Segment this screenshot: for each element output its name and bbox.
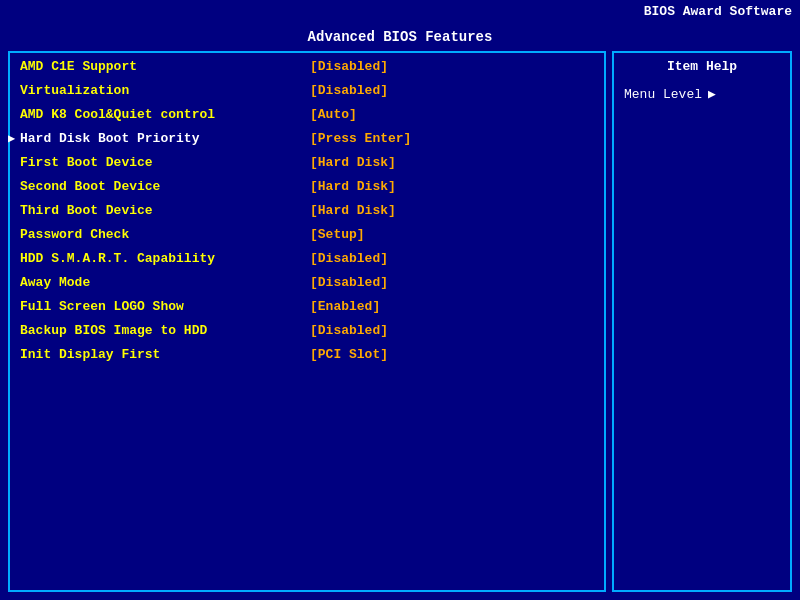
bios-item-value: [Disabled] bbox=[310, 251, 388, 266]
bios-item-label: Init Display First bbox=[20, 347, 310, 362]
bios-row[interactable]: AMD K8 Cool&Quiet control[Auto] bbox=[20, 107, 594, 129]
bios-brand-header: BIOS Award Software bbox=[0, 0, 800, 21]
bios-item-label: Backup BIOS Image to HDD bbox=[20, 323, 310, 338]
bios-item-label: Third Boot Device bbox=[20, 203, 310, 218]
bios-row[interactable]: Third Boot Device[Hard Disk] bbox=[20, 203, 594, 225]
bios-item-value: [Hard Disk] bbox=[310, 155, 396, 170]
bios-row[interactable]: First Boot Device[Hard Disk] bbox=[20, 155, 594, 177]
bios-item-value: [Setup] bbox=[310, 227, 365, 242]
item-help-title: Item Help bbox=[624, 59, 780, 74]
bios-item-value: [Press Enter] bbox=[310, 131, 411, 146]
bios-screen: BIOS Award Software Advanced BIOS Featur… bbox=[0, 0, 800, 600]
bios-item-label: HDD S.M.A.R.T. Capability bbox=[20, 251, 310, 266]
bios-item-label: AMD K8 Cool&Quiet control bbox=[20, 107, 310, 122]
bios-row[interactable]: Second Boot Device[Hard Disk] bbox=[20, 179, 594, 201]
bios-item-value: [Disabled] bbox=[310, 323, 388, 338]
bios-row[interactable]: HDD S.M.A.R.T. Capability[Disabled] bbox=[20, 251, 594, 273]
bios-row[interactable]: Backup BIOS Image to HDD[Disabled] bbox=[20, 323, 594, 345]
content-area: AMD C1E Support[Disabled]Virtualization[… bbox=[0, 51, 800, 600]
side-panel: Item Help Menu Level ▶ bbox=[612, 51, 792, 592]
bios-item-label: Second Boot Device bbox=[20, 179, 310, 194]
bios-row[interactable]: AMD C1E Support[Disabled] bbox=[20, 59, 594, 81]
bios-item-label: Full Screen LOGO Show bbox=[20, 299, 310, 314]
bios-item-value: [Enabled] bbox=[310, 299, 380, 314]
bios-item-label: Hard Disk Boot Priority bbox=[20, 131, 310, 146]
menu-level-row: Menu Level ▶ bbox=[624, 86, 780, 102]
bios-row[interactable]: Init Display First[PCI Slot] bbox=[20, 347, 594, 369]
brand-text: BIOS Award Software bbox=[644, 4, 792, 19]
bios-item-label: Away Mode bbox=[20, 275, 310, 290]
bios-item-label: First Boot Device bbox=[20, 155, 310, 170]
bios-item-value: [Disabled] bbox=[310, 59, 388, 74]
bios-row[interactable]: Full Screen LOGO Show[Enabled] bbox=[20, 299, 594, 321]
bios-item-label: AMD C1E Support bbox=[20, 59, 310, 74]
bios-item-value: [Hard Disk] bbox=[310, 179, 396, 194]
menu-level-label: Menu Level bbox=[624, 87, 702, 102]
bios-row[interactable]: Hard Disk Boot Priority[Press Enter] bbox=[20, 131, 594, 153]
section-title: Advanced BIOS Features bbox=[0, 21, 800, 51]
bios-row[interactable]: Password Check[Setup] bbox=[20, 227, 594, 249]
bios-item-value: [Auto] bbox=[310, 107, 357, 122]
bios-item-label: Password Check bbox=[20, 227, 310, 242]
menu-level-arrow: ▶ bbox=[708, 86, 716, 102]
bios-item-label: Virtualization bbox=[20, 83, 310, 98]
bios-item-value: [Disabled] bbox=[310, 83, 388, 98]
main-panel: AMD C1E Support[Disabled]Virtualization[… bbox=[8, 51, 606, 592]
bios-item-value: [PCI Slot] bbox=[310, 347, 388, 362]
bios-row[interactable]: Away Mode[Disabled] bbox=[20, 275, 594, 297]
bios-row[interactable]: Virtualization[Disabled] bbox=[20, 83, 594, 105]
bios-item-value: [Disabled] bbox=[310, 275, 388, 290]
bios-item-value: [Hard Disk] bbox=[310, 203, 396, 218]
